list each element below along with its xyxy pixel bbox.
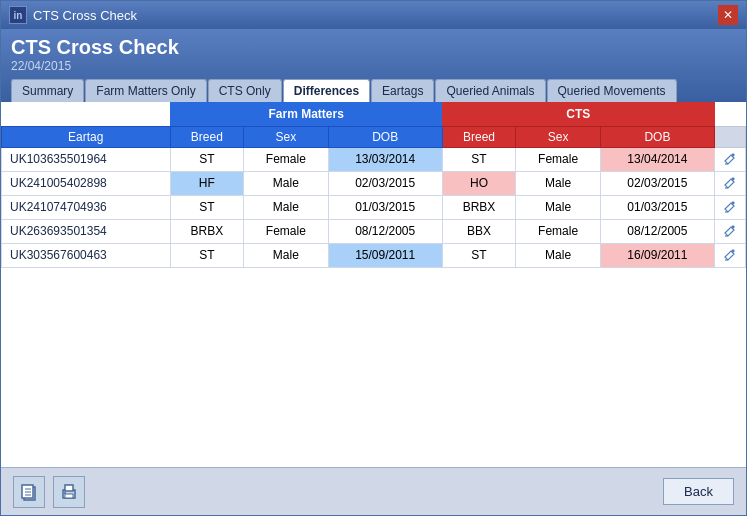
data-cell: HO (442, 171, 516, 195)
table-row: UK303567600463STMale15/09/2011STMale16/0… (2, 243, 746, 267)
copy-icon (20, 483, 38, 501)
data-cell: BRBX (170, 219, 244, 243)
app-icon: in (9, 6, 27, 24)
footer: Back (1, 467, 746, 515)
table-row: UK241074704936STMale01/03/2015BRBXMale01… (2, 195, 746, 219)
main-window: in CTS Cross Check ✕ CTS Cross Check 22/… (0, 0, 747, 516)
data-cell: 16/09/2011 (600, 243, 714, 267)
svg-rect-12 (65, 494, 73, 498)
table-row: UK103635501964STFemale13/03/2014STFemale… (2, 147, 746, 171)
empty-group (2, 102, 171, 126)
data-cell: 08/12/2005 (328, 219, 442, 243)
col-fm-breed: Breed (170, 126, 244, 147)
sub-header-row: Eartag Breed Sex DOB Breed Sex DOB (2, 126, 746, 147)
col-eartag: Eartag (2, 126, 171, 147)
svg-point-13 (64, 492, 66, 494)
app-title: CTS Cross Check (11, 35, 736, 59)
data-cell: Male (516, 243, 600, 267)
data-cell: Female (516, 219, 600, 243)
data-cell: 01/03/2015 (328, 195, 442, 219)
data-cell: 02/03/2015 (328, 171, 442, 195)
edit-button[interactable] (715, 195, 746, 219)
data-cell: Female (244, 219, 328, 243)
data-cell: BBX (442, 219, 516, 243)
data-cell: Male (516, 171, 600, 195)
cts-group-header: CTS (442, 102, 714, 126)
eartag-cell: UK103635501964 (2, 147, 171, 171)
data-cell: 13/04/2014 (600, 147, 714, 171)
edit-button[interactable] (715, 147, 746, 171)
col-group-row: Farm Matters CTS (2, 102, 746, 126)
print-button[interactable] (53, 476, 85, 508)
data-cell: Female (516, 147, 600, 171)
print-icon (60, 483, 78, 501)
col-fm-dob: DOB (328, 126, 442, 147)
fm-group-header: Farm Matters (170, 102, 442, 126)
tab-differences[interactable]: Differences (283, 79, 370, 102)
tab-bar: SummaryFarm Matters OnlyCTS OnlyDifferen… (11, 79, 736, 102)
app-date: 22/04/2015 (11, 59, 736, 73)
edit-button[interactable] (715, 171, 746, 195)
title-bar: in CTS Cross Check ✕ (1, 1, 746, 29)
content-area: Farm Matters CTS Eartag Breed Sex DOB Br… (1, 102, 746, 467)
edit-button[interactable] (715, 243, 746, 267)
data-cell: Male (244, 195, 328, 219)
data-cell: HF (170, 171, 244, 195)
table-container: Farm Matters CTS Eartag Breed Sex DOB Br… (1, 102, 746, 467)
data-cell: Male (244, 171, 328, 195)
data-cell: 01/03/2015 (600, 195, 714, 219)
data-cell: 15/09/2011 (328, 243, 442, 267)
data-cell: 13/03/2014 (328, 147, 442, 171)
header-area: CTS Cross Check 22/04/2015 SummaryFarm M… (1, 29, 746, 102)
data-cell: 08/12/2005 (600, 219, 714, 243)
tab-farm-matters-only[interactable]: Farm Matters Only (85, 79, 206, 102)
data-cell: Male (516, 195, 600, 219)
data-cell: BRBX (442, 195, 516, 219)
tab-queried-animals[interactable]: Queried Animals (435, 79, 545, 102)
data-cell: ST (442, 243, 516, 267)
copy-button[interactable] (13, 476, 45, 508)
svg-rect-11 (65, 485, 73, 491)
tab-summary[interactable]: Summary (11, 79, 84, 102)
tab-eartags[interactable]: Eartags (371, 79, 434, 102)
eartag-cell: UK241005402898 (2, 171, 171, 195)
data-cell: ST (170, 195, 244, 219)
col-cts-sex: Sex (516, 126, 600, 147)
data-cell: Male (244, 243, 328, 267)
footer-icons (13, 476, 85, 508)
eartag-cell: UK263693501354 (2, 219, 171, 243)
edit-group-empty (715, 102, 746, 126)
data-cell: 02/03/2015 (600, 171, 714, 195)
differences-table: Farm Matters CTS Eartag Breed Sex DOB Br… (1, 102, 746, 268)
col-fm-sex: Sex (244, 126, 328, 147)
table-row: UK241005402898HFMale02/03/2015HOMale02/0… (2, 171, 746, 195)
eartag-cell: UK241074704936 (2, 195, 171, 219)
data-cell: ST (170, 243, 244, 267)
data-cell: ST (170, 147, 244, 171)
data-cell: ST (442, 147, 516, 171)
table-body: UK103635501964STFemale13/03/2014STFemale… (2, 147, 746, 267)
col-cts-breed: Breed (442, 126, 516, 147)
data-cell: Female (244, 147, 328, 171)
tab-cts-only[interactable]: CTS Only (208, 79, 282, 102)
tab-queried-movements[interactable]: Queried Movements (547, 79, 677, 102)
eartag-cell: UK303567600463 (2, 243, 171, 267)
close-button[interactable]: ✕ (718, 5, 738, 25)
table-row: UK263693501354BRBXFemale08/12/2005BBXFem… (2, 219, 746, 243)
col-edit (715, 126, 746, 147)
back-button[interactable]: Back (663, 478, 734, 505)
window-title: CTS Cross Check (33, 8, 137, 23)
edit-button[interactable] (715, 219, 746, 243)
col-cts-dob: DOB (600, 126, 714, 147)
